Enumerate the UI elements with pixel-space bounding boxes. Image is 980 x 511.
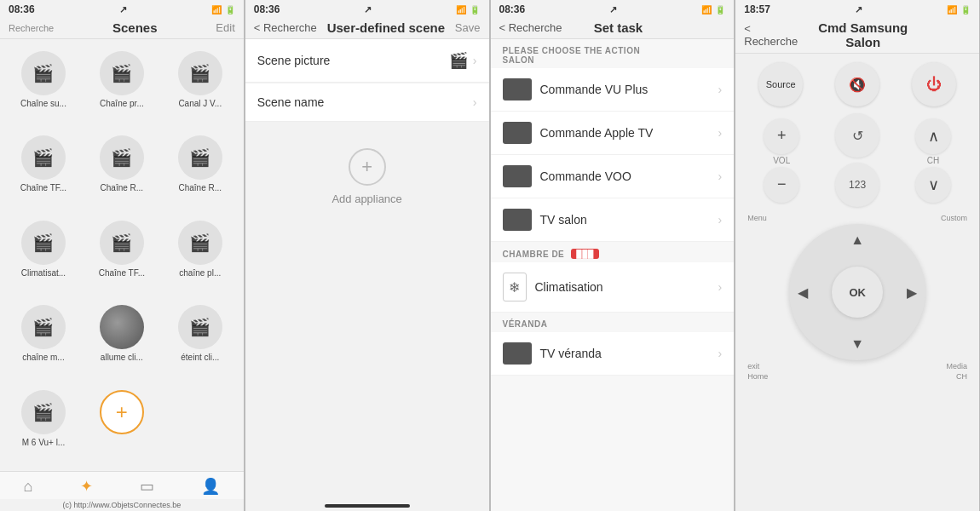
arrow-4: ↗ (855, 4, 862, 15)
scene-picture-row[interactable]: Scene picture 🎬 › (245, 39, 489, 83)
status-bar-3: 08:36 ↗ 📶 🔋 (491, 0, 735, 17)
left-arrow-icon: ◀ (798, 284, 808, 301)
ok-button[interactable]: OK (832, 267, 883, 318)
scene-item-12[interactable]: 🎬M 6 Vu+ l... (7, 385, 80, 464)
edit-button-1[interactable]: Edit (216, 21, 234, 34)
tab-devices[interactable]: ▭ (140, 477, 154, 496)
scene-icon-5: 🎬 (178, 135, 222, 180)
dpad-section: Menu Custom ▲ ▼ ◀ ▶ OK (742, 214, 972, 381)
menu-label[interactable]: Menu (747, 214, 767, 222)
scene-icon-0: 🎬 (21, 51, 66, 95)
dpad-down-button[interactable]: ▼ (850, 336, 864, 352)
list-item-vu-plus[interactable]: Commande VU Plus › (491, 68, 735, 112)
item-label-clim: Climatisation (535, 280, 710, 294)
scene-item-13[interactable]: + (85, 385, 159, 464)
mute-button[interactable]: 🔇 (835, 62, 879, 106)
scene-item-3[interactable]: 🎬Chaîne TF... (7, 130, 80, 210)
chevron-tv-veranda: › (718, 347, 723, 360)
list-item-apple-tv[interactable]: Commande Apple TV › (491, 112, 735, 155)
scene-item-0[interactable]: 🎬Chaîne su... (7, 46, 80, 125)
scene-item-6[interactable]: 🎬Climatisat... (7, 215, 80, 295)
time-3: 08:36 (499, 3, 526, 15)
scene-item-5[interactable]: 🎬Chaîne R... (164, 130, 237, 210)
back-icon: ↺ (852, 128, 863, 144)
scene-label-12: M 6 Vu+ l... (22, 438, 65, 448)
arrow-3: ↗ (609, 4, 617, 15)
footer-text: (c) http://www.ObjetsConnectes.be (0, 499, 244, 511)
scene-item-8[interactable]: 🎬chaîne pl... (164, 215, 237, 295)
scene-icon-8: 🎬 (178, 221, 222, 265)
dpad-left-button[interactable]: ◀ (798, 284, 808, 301)
vol-plus-button[interactable]: + (764, 118, 799, 154)
task-list: PLEASE CHOOSE THE ACTION SALON Commande … (491, 39, 735, 511)
nav-title-3: Set task (594, 20, 643, 35)
tv-icon-1 (503, 78, 532, 100)
tab-scenes[interactable]: ✦ (80, 477, 93, 496)
scene-label-3: Chaîne TF... (20, 183, 66, 193)
item-label-vu-plus: Commande VU Plus (540, 83, 710, 96)
chambre-badge: ███ (571, 249, 599, 259)
power-button[interactable]: ⏻ (912, 62, 956, 106)
nav-title-4: Cmd Samsung Salon (804, 20, 923, 49)
profile-icon: 👤 (201, 477, 220, 496)
film-icon: 🎬 (449, 51, 468, 70)
search-label-1[interactable]: Recherche (9, 23, 54, 33)
tab-home[interactable]: ⌂ (24, 478, 33, 496)
home-label[interactable]: Home (747, 372, 768, 381)
scene-item-11[interactable]: 🎬éteint cli... (164, 300, 237, 379)
vol-section: + VOL − (764, 118, 799, 203)
nav-bar-2: < Recherche User-defined scene Save (245, 17, 489, 39)
scene-item-9[interactable]: 🎬chaîne m... (7, 300, 80, 379)
back-button-3[interactable]: < Recherche (499, 21, 562, 34)
tab-profile[interactable]: 👤 (201, 477, 220, 496)
vol-minus-button[interactable]: − (764, 167, 799, 203)
scene-label-11: éteint cli... (181, 353, 219, 363)
scene-icon-12: 🎬 (21, 390, 66, 434)
ch-bottom-label[interactable]: CH (956, 372, 967, 381)
scene-item-7[interactable]: 🎬Chaîne TF... (85, 215, 159, 295)
right-arrow-icon: ▶ (907, 284, 917, 301)
back-button-remote[interactable]: ↺ (835, 113, 879, 158)
dpad: ▲ ▼ ◀ ▶ OK (789, 224, 925, 360)
chevron-right-icon-2: › (473, 95, 477, 109)
list-item-tv-salon[interactable]: TV salon › (491, 198, 735, 242)
ch-down-button[interactable]: ∨ (915, 167, 951, 203)
exit-label[interactable]: exit (747, 362, 759, 370)
scene-name-row[interactable]: Scene name › (245, 83, 489, 122)
home-indicator (325, 504, 410, 508)
list-item-clim[interactable]: ❄ Climatisation › (491, 262, 735, 313)
scene-item-1[interactable]: 🎬Chaîne pr... (85, 46, 159, 125)
scene-item-4[interactable]: 🎬Chaîne R... (85, 130, 159, 210)
add-appliance-button[interactable]: + (349, 148, 386, 186)
chevron-voo: › (718, 169, 723, 183)
custom-label[interactable]: Custom (941, 214, 967, 222)
save-button-2[interactable]: Save (455, 21, 481, 34)
scene-label-0: Chaîne su... (20, 99, 66, 109)
dpad-up-button[interactable]: ▲ (850, 233, 864, 248)
ch-section: ∧ CH ∨ (915, 118, 951, 203)
source-button[interactable]: Source (758, 62, 803, 106)
back-button-4[interactable]: < Recherche (744, 22, 803, 48)
back-button-2[interactable]: < Recherche (254, 21, 317, 34)
tv-icon-5 (503, 342, 532, 365)
list-item-tv-veranda[interactable]: TV véranda › (491, 332, 735, 376)
scene-picture-right: 🎬 › (449, 51, 477, 70)
status-icons-3: 📶 🔋 (701, 5, 725, 14)
form-content: Scene picture 🎬 › Scene name › + Add app… (245, 39, 489, 497)
scene-picture-label: Scene picture (257, 54, 331, 67)
status-icons-4: 📶 🔋 (947, 5, 971, 14)
tv-icon-4 (503, 209, 532, 231)
dpad-right-button[interactable]: ▶ (907, 284, 917, 301)
btn-123[interactable]: 123 (835, 163, 879, 207)
panel-set-task: 08:36 ↗ 📶 🔋 < Recherche Set task PLEASE … (491, 0, 735, 511)
scene-item-2[interactable]: 🎬Canal J V... (164, 46, 237, 125)
ch-up-button[interactable]: ∧ (915, 118, 951, 154)
media-label[interactable]: Media (946, 362, 967, 370)
tv-icon-2 (503, 122, 532, 144)
list-item-voo[interactable]: Commande VOO › (491, 155, 735, 198)
chevron-vu-plus: › (718, 83, 723, 96)
chevron-clim: › (718, 280, 723, 294)
up-arrow-icon: ▲ (850, 233, 864, 248)
status-icons-1: 📶 🔋 (211, 5, 235, 14)
scene-item-10[interactable]: ●allume cli... (85, 300, 159, 379)
